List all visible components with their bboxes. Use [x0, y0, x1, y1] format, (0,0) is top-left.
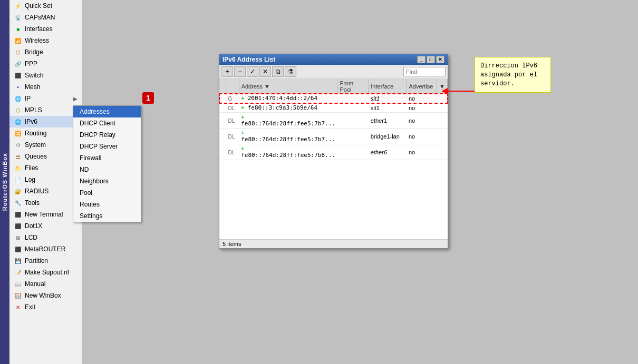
col-header-from-pool[interactable]: From Pool [337, 79, 369, 94]
sidebar-item-ipv6[interactable]: 🌐 IPv6 ▶ [9, 116, 82, 127]
sidebar-label-capsman: CAPsMAN [25, 14, 55, 21]
disable-button[interactable]: ✕ [259, 66, 271, 77]
sidebar-item-mpls[interactable]: ⬡ MPLS ▶ [9, 104, 82, 116]
status-count: 5 items [223, 241, 241, 247]
sidebar-item-switch[interactable]: ⬛ Switch [9, 70, 82, 81]
row-address: + fe80::3:c9a3:5b9e/64 [239, 103, 337, 113]
table-row[interactable]: DL + fe80::764d:28ff:fee5:7b7... bridge1… [219, 129, 448, 144]
submenu-item-addresses[interactable]: Addresses [73, 106, 141, 117]
submenu-item-dhcp-relay[interactable]: DHCP Relay [73, 129, 141, 141]
submenu-item-firewall[interactable]: Firewall [73, 152, 141, 164]
sidebar-item-make-supout[interactable]: 📝 Make Supout.rif [9, 267, 82, 278]
submenu-label-neighbors: Neighbors [80, 178, 109, 185]
sidebar-item-system[interactable]: ⚙ System ▶ [9, 139, 82, 151]
minimize-button[interactable]: _ [417, 56, 426, 63]
col-header-check [219, 79, 226, 94]
row-flag: DL [226, 144, 239, 160]
radius-icon: 🔐 [14, 187, 22, 195]
sidebar-item-quick-set[interactable]: ⚡ Quick Set [9, 0, 82, 12]
copy-button[interactable]: ⧉ [272, 66, 284, 77]
table-row[interactable]: G + 2001:470:4:4dd::2/64 sit1 no [219, 94, 448, 103]
sidebar-item-bridge[interactable]: ⬡ Bridge [9, 46, 82, 58]
wireless-icon: 📶 [14, 36, 22, 45]
sidebar-item-queues[interactable]: ☰ Queues [9, 151, 82, 162]
sidebar-item-files[interactable]: 📁 Files [9, 162, 82, 174]
row-interface: sit1 [369, 103, 407, 113]
sidebar-label-metarouter: MetaROUTER [25, 245, 65, 253]
row-extra [437, 129, 448, 144]
sidebar-item-lcd[interactable]: 🖥 LCD [9, 232, 82, 243]
sidebar-item-ip[interactable]: 🌐 IP ▶ [9, 93, 82, 104]
partition-icon: 💾 [14, 257, 22, 265]
ipv6-title-buttons: _ □ ✕ [417, 56, 444, 63]
sidebar-label-bridge: Bridge [25, 48, 43, 56]
row-extra [437, 113, 448, 129]
maximize-button[interactable]: □ [427, 56, 435, 63]
sidebar-item-log[interactable]: 📄 Log [9, 174, 82, 185]
submenu-item-dhcp-server[interactable]: DHCP Server [73, 141, 141, 152]
row-address: + fe80::764d:28ff:fee5:7b8... [239, 144, 337, 160]
routing-icon: 🔀 [14, 129, 22, 137]
sidebar-item-dot1x[interactable]: ⬛ Dot1X [9, 220, 82, 232]
remove-button[interactable]: − [234, 66, 246, 77]
table-row[interactable]: DL + fe80::3:c9a3:5b9e/64 sit1 no [219, 103, 448, 113]
sidebar-label-exit: Exit [25, 303, 35, 311]
submenu-item-neighbors[interactable]: Neighbors [73, 175, 141, 187]
row-check [219, 144, 226, 160]
sidebar-label-switch: Switch [25, 72, 43, 79]
row-pool [337, 94, 369, 103]
sidebar-item-manual[interactable]: 📖 Manual [9, 278, 82, 290]
sidebar-label-partition: Partition [25, 257, 48, 264]
table-row[interactable]: DL + fe80::764d:28ff:fee5:7b8... ether6 … [219, 144, 448, 160]
filter-button[interactable]: ⚗ [285, 66, 296, 77]
row-check [219, 103, 226, 113]
submenu-item-dhcp-client[interactable]: DHCP Client [73, 117, 141, 129]
sidebar-label-mesh: Mesh [25, 83, 40, 91]
sidebar-item-mesh[interactable]: • Mesh [9, 81, 82, 93]
sidebar-item-new-winbox[interactable]: 🪟 New WinBox [9, 290, 82, 301]
submenu-item-routes[interactable]: Routes [73, 199, 141, 210]
sidebar-item-new-terminal[interactable]: ⬛ New Terminal [9, 209, 82, 220]
ipv6-submenu: Addresses DHCP Client DHCP Relay DHCP Se… [73, 105, 141, 222]
row-check [219, 94, 226, 103]
row-advertise: no [407, 103, 437, 113]
badge-1: 1 [142, 92, 154, 104]
sidebar-item-partition[interactable]: 💾 Partition [9, 255, 82, 267]
row-address: + fe80::764d:28ff:fee5:7b7... [239, 113, 337, 129]
col-header-interface[interactable]: Interface [369, 79, 407, 94]
row-interface: bridge1-lan [369, 129, 407, 144]
sidebar-item-routing[interactable]: 🔀 Routing ▶ [9, 127, 82, 139]
enable-button[interactable]: ✓ [247, 66, 258, 77]
col-header-address[interactable]: Address ▼ [239, 79, 337, 94]
sidebar-item-tools[interactable]: 🔧 Tools ▶ [9, 197, 82, 209]
submenu-item-nd[interactable]: ND [73, 164, 141, 175]
add-button[interactable]: + [221, 66, 233, 77]
files-icon: 📁 [14, 164, 22, 172]
search-input[interactable] [403, 67, 446, 76]
sidebar-item-capsman[interactable]: 📡 CAPsMAN [9, 12, 82, 23]
ip-arrow: ▶ [73, 96, 78, 102]
sidebar-item-exit[interactable]: ✕ Exit [9, 301, 82, 313]
annotation-text: Dirreccion IPv6asignada por elservidor. [480, 62, 537, 87]
submenu-item-settings[interactable]: Settings [73, 210, 141, 222]
ipv6-address-table: Address ▼ From Pool Interface Advertise … [219, 79, 448, 160]
sidebar-item-wireless[interactable]: 📶 Wireless [9, 35, 82, 46]
sidebar-label-make-supout: Make Supout.rif [25, 269, 69, 276]
log-icon: 📄 [14, 175, 22, 184]
tools-icon: 🔧 [14, 199, 22, 207]
row-pool [337, 144, 369, 160]
table-row[interactable]: DL + fe80::764d:28ff:fee5:7b7... ether1 … [219, 113, 448, 129]
capsman-icon: 📡 [14, 13, 22, 22]
sidebar-item-metarouter[interactable]: ⬛ MetaROUTER [9, 243, 82, 255]
submenu-item-pool[interactable]: Pool [73, 187, 141, 199]
sidebar-label-files: Files [25, 164, 38, 172]
sidebar-label-ipv6: IPv6 [25, 118, 37, 125]
sidebar-item-radius[interactable]: 🔐 RADIUS [9, 185, 82, 197]
sidebar-item-ppp[interactable]: 🔗 PPP [9, 58, 82, 70]
quick-set-icon: ⚡ [14, 2, 22, 10]
sidebar-item-interfaces[interactable]: ■ Interfaces [9, 23, 82, 35]
col-header-advertise[interactable]: Advertise [407, 79, 437, 94]
row-advertise: no [407, 113, 437, 129]
winbox-text: RouterOS WinBox [2, 153, 8, 211]
close-button[interactable]: ✕ [436, 56, 444, 63]
